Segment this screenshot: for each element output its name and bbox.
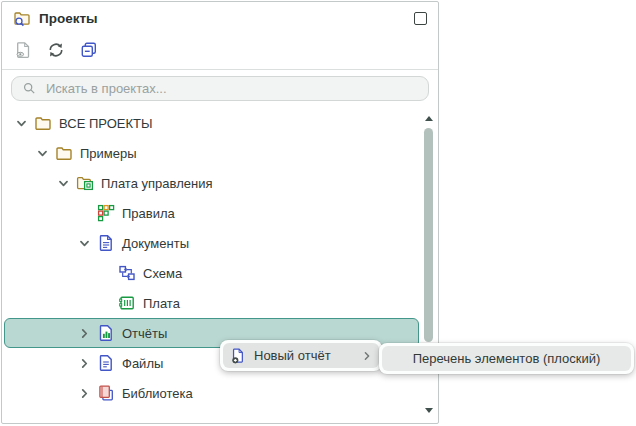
search-input[interactable]: Искать в проектах... — [11, 76, 429, 101]
search-placeholder: Искать в проектах... — [46, 81, 167, 96]
documents-icon — [97, 234, 115, 252]
folder-icon — [55, 144, 73, 162]
context-menu: Новый отчёт — [220, 340, 382, 371]
refresh-icon — [47, 41, 65, 59]
refresh-button[interactable] — [45, 39, 67, 61]
tree-item-label: Документы — [122, 236, 189, 251]
chevron-down-icon[interactable] — [13, 115, 29, 131]
menu-item-label: Новый отчёт — [254, 348, 331, 363]
menu-item-new-report[interactable]: Новый отчёт — [223, 343, 379, 368]
float-panel-button[interactable] — [414, 12, 427, 25]
tree-item[interactable]: ВСЕ ПРОЕКТЫ — [4, 108, 419, 138]
chevron-down-icon[interactable] — [34, 145, 50, 161]
tree-item-label: Плата — [143, 296, 180, 311]
tree-item-label: Правила — [122, 206, 175, 221]
project-icon — [76, 174, 94, 192]
scroll-down-icon[interactable] — [425, 408, 433, 413]
tree-item[interactable]: Примеры — [4, 138, 419, 168]
tree-item-label: Библиотека — [122, 386, 193, 401]
preview-report-icon — [14, 41, 32, 59]
files-icon — [97, 354, 115, 372]
tree-item[interactable]: Плата — [4, 288, 419, 318]
tree-item-label: Плата управления — [101, 176, 212, 191]
collapse-all-icon — [80, 41, 98, 59]
chevron-right-icon[interactable] — [76, 325, 92, 341]
chevron-down-icon[interactable] — [55, 175, 71, 191]
tree-item-label: Схема — [143, 266, 182, 281]
folder-search-icon — [13, 9, 31, 27]
submenu-arrow-icon — [362, 351, 372, 361]
tree-item-label: Отчёты — [122, 326, 167, 341]
tree-item[interactable]: Библиотека — [4, 378, 419, 408]
panel-title: Проекты — [39, 11, 98, 26]
tree-item-label: Примеры — [80, 146, 137, 161]
tree-item[interactable]: Документы — [4, 228, 419, 258]
panel-titlebar: Проекты — [2, 2, 438, 34]
search-icon — [22, 81, 37, 96]
collapse-all-button[interactable] — [78, 39, 100, 61]
expander-spacer — [76, 205, 92, 221]
reports-icon — [97, 324, 115, 342]
preview-report-button[interactable] — [12, 39, 34, 61]
new-report-icon — [230, 348, 246, 364]
folder-icon — [34, 114, 52, 132]
schematic-icon — [118, 264, 136, 282]
tree-item[interactable]: Схема — [4, 258, 419, 288]
expander-spacer — [97, 265, 113, 281]
submenu-item-label: Перечень элементов (плоский) — [413, 351, 601, 366]
library-icon — [97, 384, 115, 402]
panel-toolbar — [2, 34, 438, 70]
scrollbar-thumb[interactable] — [424, 128, 433, 342]
chevron-right-icon[interactable] — [76, 385, 92, 401]
submenu: Перечень элементов (плоский) — [379, 343, 634, 374]
expander-spacer — [97, 295, 113, 311]
chevron-down-icon[interactable] — [76, 235, 92, 251]
rules-icon — [97, 204, 115, 222]
tree-item[interactable]: Правила — [4, 198, 419, 228]
tree-item[interactable]: Плата управления — [4, 168, 419, 198]
chevron-right-icon[interactable] — [76, 355, 92, 371]
tree-item-label: Файлы — [122, 356, 163, 371]
board-icon — [118, 294, 136, 312]
tree-item-label: ВСЕ ПРОЕКТЫ — [59, 116, 152, 131]
menu-item-flat-bom[interactable]: Перечень элементов (плоский) — [382, 346, 631, 371]
scroll-up-icon[interactable] — [425, 116, 433, 121]
